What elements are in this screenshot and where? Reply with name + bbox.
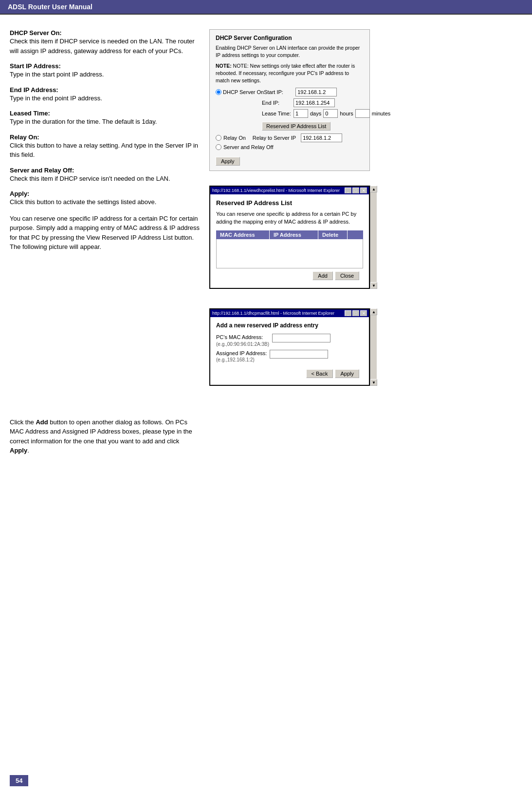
start-ip-input[interactable] xyxy=(295,88,337,96)
relay-on-body: Click this button to have a relay settin… xyxy=(10,141,200,160)
col-mac-address: MAC Address xyxy=(216,230,270,239)
dhcp-apply-button[interactable]: Apply xyxy=(216,157,240,166)
page-number: 54 xyxy=(10,775,28,786)
section-server-relay-off: Server and Relay Off: Check this item if… xyxy=(10,167,200,184)
section-start-ip: Start IP Address: Type in the start poin… xyxy=(10,62,200,79)
lease-days-input[interactable] xyxy=(294,109,308,118)
add-dialog-paragraph: Click the Add button to open another dia… xyxy=(10,417,200,455)
dhcp-server-on-body: Check this item if DHCP service is neede… xyxy=(10,37,200,56)
add-dialog-paragraph-section: Click the Add button to open another dia… xyxy=(10,417,200,455)
right-column: DHCP Server Configuration Enabling DHCP … xyxy=(209,29,522,462)
note-text: NOTE: NOTE: New settings only take effec… xyxy=(216,62,364,84)
dhcp-panel-title: DHCP Server Configuration xyxy=(216,35,364,41)
mac-label: PC's MAC Address: xyxy=(216,334,269,341)
leased-time-body: Type in the duration for the time. The d… xyxy=(10,117,200,127)
add-scroll-down-button[interactable]: ▼ xyxy=(370,379,377,386)
relay-on-row: Relay On Relay to Server IP xyxy=(216,133,364,142)
server-relay-off-row: Server and Relay Off xyxy=(216,144,364,150)
ip-label: Assigned IP Address: xyxy=(216,350,267,357)
end-ip-body: Type in the end point IP address. xyxy=(10,94,200,103)
end-ip-input[interactable] xyxy=(294,98,335,107)
reserved-panel-title: Reserved IP Address List xyxy=(216,199,363,207)
maximize-button[interactable]: □ xyxy=(352,188,359,193)
reserved-table-header: MAC Address IP Address Delete xyxy=(216,230,363,239)
mac-address-row: PC's MAC Address: (e.g.,00:90:96:01:2A:3… xyxy=(216,334,363,346)
reserved-scrollbar: ▲ ▼ xyxy=(370,186,377,289)
add-minimize-button[interactable]: _ xyxy=(345,310,351,316)
relay-on-radio[interactable] xyxy=(216,135,221,141)
left-column: DHCP Server On: Check this item if DHCP … xyxy=(10,29,200,462)
apply-body: Click this button to activate the settin… xyxy=(10,197,200,207)
reserved-window-body: Reserved IP Address List You can reserve… xyxy=(210,194,369,288)
lease-time-inputs: days hours minutes xyxy=(294,109,390,118)
server-relay-off-label: Server and Relay Off xyxy=(223,144,274,150)
server-relay-off-body: Check this item if DHCP service isn't ne… xyxy=(10,174,200,184)
add-entry-footer: < Back Apply xyxy=(216,365,363,380)
reserved-desc: You can reserve one specific ip address … xyxy=(216,210,363,226)
add-entry-title: Add a new reserved IP address entry xyxy=(216,322,363,329)
add-entry-titlebar: http://192.168.1.1/dhcpmacfilt.html - Mi… xyxy=(210,309,369,317)
relay-ip-input[interactable] xyxy=(301,133,342,142)
scroll-down-button[interactable]: ▼ xyxy=(370,282,377,289)
assigned-ip-input[interactable] xyxy=(270,350,328,359)
add-entry-win-buttons: _ □ ✕ xyxy=(345,310,367,316)
close-button[interactable]: ✕ xyxy=(360,188,367,193)
add-entry-browser-window: http://192.168.1.1/dhcpmacfilt.html - Mi… xyxy=(209,308,522,386)
close-btn[interactable]: Close xyxy=(335,271,359,280)
start-ip-body: Type in the start point IP address. xyxy=(10,70,200,79)
section-end-ip: End IP Address: Type in the end point IP… xyxy=(10,86,200,103)
lease-time-row: Lease Time: days hours minutes xyxy=(262,109,364,118)
dhcp-server-on-title: DHCP Server On: xyxy=(10,29,200,37)
lease-minutes-label: minutes xyxy=(372,111,391,116)
add-scroll-thumb xyxy=(370,315,377,379)
relay-server-label: Relay to Server IP xyxy=(253,135,296,141)
minimize-button[interactable]: _ xyxy=(345,188,351,193)
section-apply: Apply: Click this button to activate the… xyxy=(10,190,200,207)
scroll-thumb xyxy=(370,192,377,282)
reserved-ip-list-button[interactable]: Reserved IP Address List xyxy=(262,122,330,131)
back-button[interactable]: < Back xyxy=(306,369,333,378)
mac-hint: (e.g.,00:90:96:01:2A:3B) xyxy=(216,341,269,347)
end-ip-field-label: End IP: xyxy=(262,100,294,106)
col-ip-address: IP Address xyxy=(270,230,318,239)
start-ip-title: Start IP Address: xyxy=(10,62,200,70)
header-title: ADSL Router User Manual xyxy=(8,3,92,11)
end-ip-title: End IP Address: xyxy=(10,86,200,94)
lease-time-field-label: Lease Time: xyxy=(262,111,294,116)
reserved-window-footer: Add Close xyxy=(216,268,363,283)
end-ip-row: End IP: xyxy=(262,98,364,107)
scroll-up-button[interactable]: ▲ xyxy=(370,186,377,192)
reserved-browser-window: http://192.168.1.1/viewdhcprelist.html -… xyxy=(209,186,522,289)
server-relay-off-title: Server and Relay Off: xyxy=(10,167,200,174)
start-ip-field-label: Start IP: xyxy=(264,89,295,95)
enabling-text: Enabling DHCP Server on LAN interface ca… xyxy=(216,44,364,58)
add-scroll-up-button[interactable]: ▲ xyxy=(370,308,377,315)
server-relay-off-radio[interactable] xyxy=(216,144,221,150)
dhcp-config-panel: DHCP Server Configuration Enabling DHCP … xyxy=(209,29,370,171)
reserved-window-titlebar: http://192.168.1.1/viewdhcprelist.html -… xyxy=(210,187,369,194)
lease-hours-input[interactable] xyxy=(323,109,338,118)
reserve-paragraph-section: You can reserve one specific IP address … xyxy=(10,214,200,252)
section-leased-time: Leased Time: Type in the duration for th… xyxy=(10,110,200,127)
ip-hint: (e.g.,192.168.1:2) xyxy=(216,357,267,362)
dhcp-server-on-radio[interactable] xyxy=(216,89,221,95)
dhcp-server-on-label: DHCP Server On xyxy=(223,89,264,95)
ip-address-row: Assigned IP Address: (e.g.,192.168.1:2) xyxy=(216,350,363,362)
add-apply-button[interactable]: Apply xyxy=(335,369,359,378)
reserved-window-buttons: _ □ ✕ xyxy=(345,188,367,193)
add-maximize-button[interactable]: □ xyxy=(352,310,359,316)
reserved-btn-row: Reserved IP Address List xyxy=(216,120,364,131)
lease-minutes-input[interactable] xyxy=(355,109,370,118)
add-entry-scrollbar: ▲ ▼ xyxy=(370,308,377,386)
reserved-window-title: http://192.168.1.1/viewdhcprelist.html -… xyxy=(212,188,340,193)
mac-address-input[interactable] xyxy=(272,334,330,342)
main-content: DHCP Server On: Check this item if DHCP … xyxy=(0,15,532,472)
lease-hours-label: hours xyxy=(340,111,353,116)
add-entry-body: Add a new reserved IP address entry PC's… xyxy=(210,317,369,385)
add-entry-window-title: http://192.168.1.1/dhcpmacfilt.html - Mi… xyxy=(212,311,334,316)
add-close-button[interactable]: ✕ xyxy=(360,310,367,316)
add-button[interactable]: Add xyxy=(312,271,333,280)
section-relay-on: Relay On: Click this button to have a re… xyxy=(10,133,200,160)
leased-time-title: Leased Time: xyxy=(10,110,200,117)
reserve-paragraph: You can reserve one specific IP address … xyxy=(10,214,200,252)
